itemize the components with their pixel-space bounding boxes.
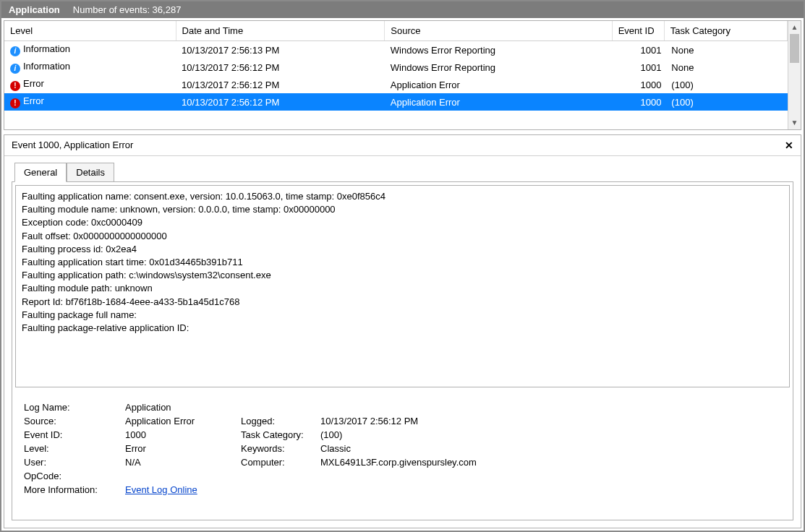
- value-keywords: Classic: [316, 442, 481, 455]
- details-pane: Event 1000, Application Error ✕ General …: [4, 134, 801, 528]
- value-computer: MXL6491L3F.corp.givenspursley.com: [316, 455, 481, 469]
- error-icon: [10, 98, 20, 108]
- cell-date: 10/13/2017 2:56:12 PM: [176, 59, 385, 76]
- vertical-scrollbar[interactable]: ▲ ▼: [788, 21, 801, 129]
- tab-general[interactable]: General: [14, 163, 67, 182]
- event-properties: Log Name: Application Source: Applicatio…: [15, 398, 790, 499]
- value-logged: 10/13/2017 2:56:12 PM: [316, 414, 481, 428]
- table-row[interactable]: Information10/13/2017 2:56:13 PMWindows …: [4, 41, 788, 59]
- cell-eventid: 1000: [612, 76, 664, 93]
- column-header-task[interactable]: Task Category: [664, 21, 787, 41]
- tab-details[interactable]: Details: [67, 163, 114, 182]
- cell-level: Information: [23, 43, 70, 54]
- event-log-online-link[interactable]: Event Log Online: [125, 484, 197, 495]
- scroll-down-arrow-icon[interactable]: ▼: [788, 116, 801, 129]
- cell-source: Windows Error Reporting: [385, 41, 612, 59]
- label-taskcat: Task Category:: [237, 428, 316, 442]
- label-user: User:: [20, 455, 121, 469]
- event-count-label: Number of events: 36,287: [73, 4, 182, 15]
- value-level: Error: [121, 442, 237, 455]
- cell-source: Application Error: [385, 93, 612, 111]
- cell-date: 10/13/2017 2:56:12 PM: [176, 93, 385, 111]
- label-level: Level:: [20, 442, 121, 455]
- value-eventid: 1000: [121, 428, 237, 442]
- cell-task: None: [664, 41, 787, 59]
- scroll-thumb[interactable]: [790, 34, 799, 63]
- close-icon[interactable]: ✕: [785, 140, 793, 151]
- detail-title: Event 1000, Application Error: [12, 140, 133, 151]
- cell-task: None: [664, 59, 787, 76]
- value-source: Application Error: [121, 414, 237, 428]
- value-log-name: Application: [121, 400, 237, 414]
- info-icon: [10, 46, 20, 56]
- table-row[interactable]: Error10/13/2017 2:56:12 PMApplication Er…: [4, 93, 788, 111]
- cell-date: 10/13/2017 2:56:13 PM: [176, 41, 385, 59]
- app-name: Application: [9, 4, 60, 15]
- event-table: Level Date and Time Source Event ID Task…: [4, 21, 788, 111]
- label-moreinfo: More Information:: [20, 483, 121, 497]
- tab-content: Faulting application name: consent.exe, …: [12, 181, 793, 520]
- column-header-level[interactable]: Level: [4, 21, 176, 41]
- cell-eventid: 1001: [612, 41, 664, 59]
- cell-eventid: 1001: [612, 59, 664, 76]
- cell-level: Information: [23, 61, 70, 72]
- tab-strip: General Details: [4, 156, 801, 181]
- label-keywords: Keywords:: [237, 442, 316, 455]
- cell-source: Application Error: [385, 76, 612, 93]
- event-description[interactable]: Faulting application name: consent.exe, …: [15, 185, 790, 387]
- scroll-up-arrow-icon[interactable]: ▲: [788, 21, 801, 34]
- cell-source: Windows Error Reporting: [385, 59, 612, 76]
- label-source: Source:: [20, 414, 121, 428]
- cell-eventid: 1000: [612, 93, 664, 111]
- value-opcode: [121, 469, 237, 483]
- label-logged: Logged:: [237, 414, 316, 428]
- label-log-name: Log Name:: [20, 400, 121, 414]
- cell-level: Error: [23, 95, 44, 106]
- label-opcode: OpCode:: [20, 469, 121, 483]
- title-bar: Application Number of events: 36,287: [1, 1, 804, 18]
- event-grid: Level Date and Time Source Event ID Task…: [4, 20, 801, 130]
- cell-level: Error: [23, 78, 44, 89]
- value-user: N/A: [121, 455, 237, 469]
- column-header-date[interactable]: Date and Time: [176, 21, 385, 41]
- table-row[interactable]: Error10/13/2017 2:56:12 PMApplication Er…: [4, 76, 788, 93]
- cell-task: (100): [664, 76, 787, 93]
- column-header-source[interactable]: Source: [385, 21, 612, 41]
- label-eventid: Event ID:: [20, 428, 121, 442]
- value-taskcat: (100): [316, 428, 481, 442]
- table-row[interactable]: Information10/13/2017 2:56:12 PMWindows …: [4, 59, 788, 76]
- error-icon: [10, 81, 20, 91]
- label-computer: Computer:: [237, 455, 316, 469]
- info-icon: [10, 64, 20, 74]
- cell-task: (100): [664, 93, 787, 111]
- cell-date: 10/13/2017 2:56:12 PM: [176, 76, 385, 93]
- column-header-eventid[interactable]: Event ID: [612, 21, 664, 41]
